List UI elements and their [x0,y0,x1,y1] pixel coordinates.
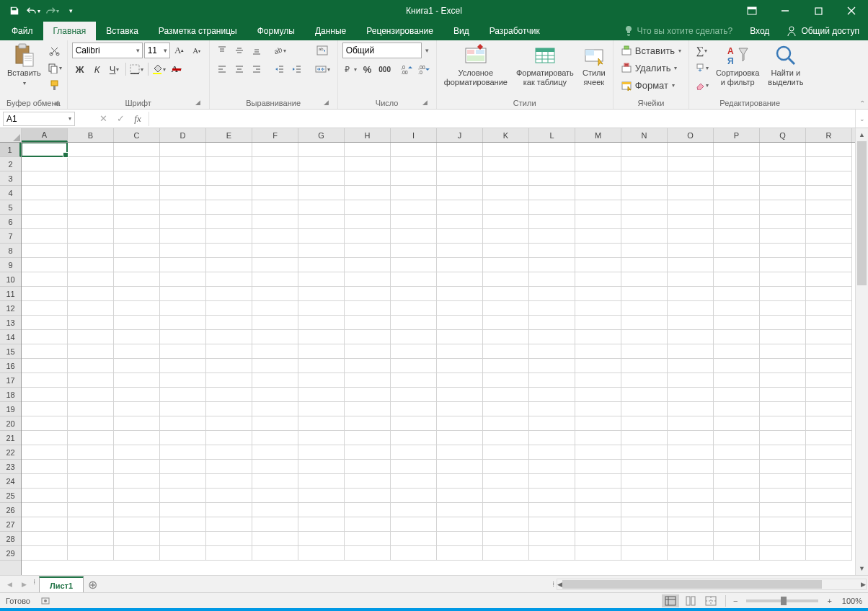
row-header-8[interactable]: 8 [0,244,21,258]
collapse-ribbon-button[interactable]: ⌃ [859,99,865,107]
vertical-scroll-thumb[interactable] [857,141,867,285]
new-sheet-button[interactable]: ⊕ [84,576,101,592]
page-break-view-button[interactable] [702,594,719,607]
bold-button[interactable]: Ж [72,61,88,77]
tab-formulas[interactable]: Формулы [247,22,305,40]
zoom-slider-thumb[interactable] [781,597,787,605]
row-header-24[interactable]: 24 [0,474,21,489]
decrease-font-button[interactable]: A▾ [189,43,205,58]
tab-review[interactable]: Рецензирование [356,22,443,40]
align-top-button[interactable] [214,43,230,58]
name-box[interactable]: A1▾ [3,112,75,126]
comma-style-button[interactable]: 000 [377,61,393,77]
horizontal-scroll-thumb[interactable] [562,580,822,589]
row-header-9[interactable]: 9 [0,258,21,272]
column-header-R[interactable]: R [806,128,852,142]
insert-cells-button[interactable]: Вставить▾ [618,43,684,58]
copy-button[interactable]: ▾ [47,60,63,76]
cut-button[interactable] [47,43,63,58]
zoom-out-button[interactable]: − [732,597,739,605]
merge-center-button[interactable]: ▾ [312,61,333,77]
fill-button[interactable]: ▾ [694,60,710,76]
tab-split-handle[interactable]: ⁞ [32,578,36,591]
delete-cells-button[interactable]: Удалить▾ [618,60,684,76]
tab-data[interactable]: Данные [305,22,356,40]
column-header-H[interactable]: H [345,128,391,142]
decrease-decimal-button[interactable]: ,00,0 [416,61,432,77]
paste-button[interactable]: Вставить▾ [4,43,44,89]
row-header-19[interactable]: 19 [0,402,21,416]
font-name-combo[interactable] [72,43,143,58]
row-header-21[interactable]: 21 [0,431,21,445]
row-header-18[interactable]: 18 [0,388,21,402]
row-header-7[interactable]: 7 [0,229,21,244]
hscroll-split-handle[interactable]: ⁞ [551,580,555,588]
sort-filter-button[interactable]: АЯ Сортировка и фильтр [713,43,762,89]
row-header-22[interactable]: 22 [0,445,21,460]
format-cells-button[interactable]: Формат▾ [618,77,684,93]
column-header-A[interactable]: A [22,128,68,142]
column-header-G[interactable]: G [298,128,345,142]
wrap-text-button[interactable]: ab [312,43,333,58]
cell-styles-button[interactable]: Стили ячеек [580,43,608,89]
number-dialog-launcher[interactable]: ◢ [420,97,430,107]
row-header-25[interactable]: 25 [0,489,21,503]
increase-decimal-button[interactable]: ,0,00 [399,61,415,77]
column-header-Q[interactable]: Q [760,128,806,142]
accounting-format-button[interactable]: ₽▾ [342,61,358,77]
row-header-2[interactable]: 2 [0,157,21,171]
cells-area[interactable] [22,143,855,575]
align-left-button[interactable] [214,61,230,77]
row-header-12[interactable]: 12 [0,301,21,316]
redo-button[interactable]: ▾ [43,2,61,19]
row-header-6[interactable]: 6 [0,215,21,229]
font-size-combo[interactable] [144,43,170,58]
clipboard-dialog-launcher[interactable]: ◢ [51,97,61,107]
font-dialog-launcher[interactable]: ◢ [193,97,203,107]
decrease-indent-button[interactable] [272,61,288,77]
row-header-5[interactable]: 5 [0,200,21,215]
page-layout-view-button[interactable] [682,594,699,607]
scroll-right-button[interactable]: ▶ [861,578,866,591]
save-button[interactable] [6,2,23,19]
tab-page-layout[interactable]: Разметка страницы [149,22,247,40]
align-bottom-button[interactable] [249,43,265,58]
column-header-O[interactable]: O [668,128,714,142]
increase-font-button[interactable]: A▴ [172,43,187,58]
tab-insert[interactable]: Вставка [96,22,149,40]
row-header-15[interactable]: 15 [0,344,21,359]
zoom-level[interactable]: 100% [842,597,862,605]
increase-indent-button[interactable] [289,61,305,77]
scroll-left-button[interactable]: ◀ [557,578,562,591]
column-header-B[interactable]: B [68,128,114,142]
align-center-button[interactable] [231,61,247,77]
minimize-button[interactable] [769,0,802,22]
signin-button[interactable]: Вход [741,26,778,36]
row-header-1[interactable]: 1 [0,143,21,157]
normal-view-button[interactable] [662,594,679,607]
cancel-formula-button[interactable]: ✕ [95,112,111,126]
tab-home[interactable]: Главная [43,22,97,40]
sheet-nav-prev[interactable]: ◀ [3,578,16,591]
row-header-27[interactable]: 27 [0,517,21,532]
column-header-M[interactable]: M [575,128,621,142]
row-header-20[interactable]: 20 [0,416,21,431]
orientation-button[interactable]: ab▾ [272,43,288,58]
row-header-10[interactable]: 10 [0,272,21,287]
zoom-slider[interactable] [746,599,818,602]
expand-formula-bar-button[interactable]: ⌄ [855,110,868,128]
close-button[interactable] [835,0,868,22]
row-header-16[interactable]: 16 [0,359,21,373]
tab-view[interactable]: Вид [443,22,479,40]
font-color-button[interactable]: A▾ [169,61,185,77]
row-header-23[interactable]: 23 [0,460,21,474]
horizontal-scrollbar[interactable]: ◀ ▶ [557,579,867,590]
share-button[interactable]: Общий доступ [778,22,868,40]
fill-color-button[interactable]: ▾ [151,61,167,77]
row-header-14[interactable]: 14 [0,330,21,344]
scroll-up-button[interactable]: ▲ [856,128,868,141]
sheet-nav-next[interactable]: ▶ [17,578,30,591]
borders-button[interactable]: ▾ [129,61,145,77]
autosum-button[interactable]: ∑▾ [694,43,710,58]
align-middle-button[interactable] [231,43,247,58]
